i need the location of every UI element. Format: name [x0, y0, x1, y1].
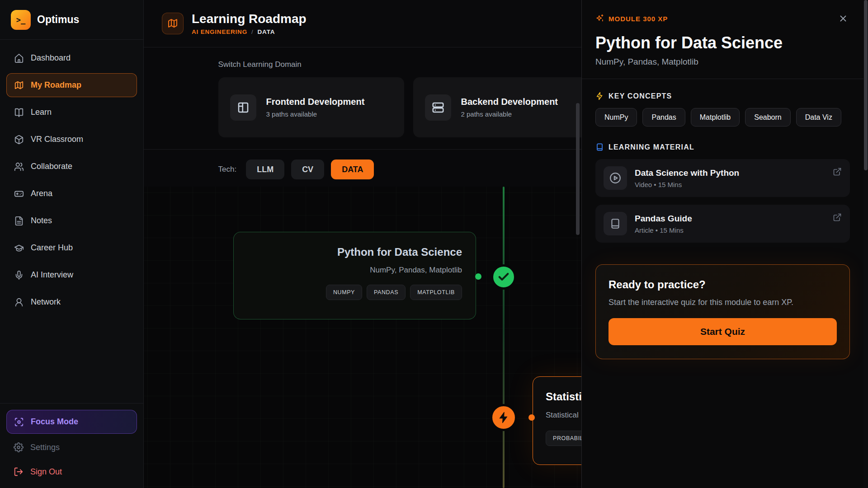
material-title: Data Science with Python: [635, 168, 739, 178]
sidebar-item-dashboard[interactable]: Dashboard: [6, 46, 137, 70]
sign-out-button[interactable]: Sign Out: [6, 461, 137, 483]
breadcrumb: AI ENGINEERING / DATA: [192, 28, 307, 35]
node-tag: MATPLOTLIB: [410, 285, 462, 300]
practice-title: Ready to practice?: [609, 278, 837, 291]
sidebar-item-learn[interactable]: Learn: [6, 100, 137, 124]
sidebar-item-label: AI Interview: [31, 270, 73, 280]
sidebar-item-label: Learn: [31, 108, 52, 117]
breadcrumb-separator: /: [251, 28, 254, 35]
panel-scrollbar-thumb[interactable]: [864, 0, 868, 170]
module-detail-panel: MODULE 300 XP Python for Data Science Nu…: [581, 0, 863, 488]
layout-icon: [230, 94, 256, 121]
start-quiz-button[interactable]: Start Quiz: [609, 318, 837, 345]
node-tag: PANDAS: [367, 285, 406, 300]
breadcrumb-section[interactable]: AI ENGINEERING: [192, 28, 247, 35]
focus-mode-label: Focus Mode: [31, 417, 78, 427]
close-icon[interactable]: [836, 12, 850, 25]
logout-icon: [14, 467, 24, 477]
completed-check-icon[interactable]: [491, 264, 516, 290]
focus-icon: [14, 417, 24, 427]
server-icon: [425, 94, 451, 121]
material-item-video[interactable]: Data Science with Python Video • 15 Mins: [595, 159, 850, 197]
sidebar-item-network[interactable]: Network: [6, 290, 137, 314]
gamepad-icon: [14, 189, 24, 199]
material-meta: Video • 15 Mins: [635, 181, 739, 188]
sidebar-item-ai-interview[interactable]: AI Interview: [6, 263, 137, 287]
roadmap-node-python[interactable]: Python for Data Science NumPy, Pandas, M…: [233, 232, 476, 319]
learning-material-list: Data Science with Python Video • 15 Mins…: [595, 159, 850, 243]
sidebar-item-label: Arena: [31, 189, 52, 198]
external-link-icon[interactable]: [833, 213, 842, 222]
panel-scrollbar-track[interactable]: [863, 0, 868, 488]
material-title: Pandas Guide: [635, 214, 692, 224]
sidebar-item-arena[interactable]: Arena: [6, 182, 137, 206]
practice-description: Start the interactive quiz for this modu…: [609, 298, 837, 307]
graduation-cap-icon: [14, 243, 24, 253]
key-concepts-heading: KEY CONCEPTS: [595, 92, 850, 100]
sidebar-nav: Dashboard My Roadmap Learn VR Classroom …: [0, 40, 143, 314]
settings-button[interactable]: Settings: [6, 436, 137, 458]
book-icon: [595, 143, 604, 151]
sidebar-item-label: My Roadmap: [31, 80, 81, 90]
domain-card-title: Frontend Development: [266, 97, 365, 107]
sidebar: >_ Optimus Dashboard My Roadmap Learn VR…: [0, 0, 144, 488]
app-name: Optimus: [37, 14, 79, 26]
terminal-logo-icon: >_: [11, 10, 31, 30]
sign-out-label: Sign Out: [30, 467, 62, 477]
domain-card-frontend[interactable]: Frontend Development 3 paths available: [218, 77, 404, 137]
sidebar-item-vr-classroom[interactable]: VR Classroom: [6, 127, 137, 151]
sidebar-item-notes[interactable]: Notes: [6, 209, 137, 233]
users-icon: [14, 162, 24, 172]
external-link-icon[interactable]: [833, 167, 842, 176]
main-scrollbar[interactable]: [576, 103, 580, 235]
connector-dot-active: [528, 414, 535, 421]
user-icon: [14, 297, 24, 307]
concept-chip[interactable]: Matplotlib: [691, 108, 740, 127]
domain-card-title: Backend Development: [461, 97, 558, 107]
file-text-icon: [14, 216, 24, 226]
node-title: Python for Data Science: [247, 246, 462, 258]
active-bolt-icon[interactable]: [490, 404, 517, 431]
concept-chip[interactable]: NumPy: [595, 108, 637, 127]
play-circle-icon: [604, 166, 627, 190]
map-icon: [14, 80, 24, 90]
home-icon: [14, 53, 24, 63]
book-icon: [604, 212, 627, 235]
tech-filter-llm[interactable]: LLM: [246, 160, 284, 179]
sidebar-item-collaborate[interactable]: Collaborate: [6, 155, 137, 178]
sidebar-item-my-roadmap[interactable]: My Roadmap: [6, 73, 137, 97]
sidebar-item-label: Dashboard: [31, 53, 71, 63]
concept-chip[interactable]: Pandas: [642, 108, 685, 127]
tech-filter-data[interactable]: DATA: [331, 160, 374, 179]
material-meta: Article • 15 Mins: [635, 226, 692, 234]
sidebar-item-label: VR Classroom: [31, 135, 83, 144]
tech-filter-cv[interactable]: CV: [291, 160, 324, 179]
zap-icon: [595, 92, 604, 100]
focus-mode-button[interactable]: Focus Mode: [6, 410, 137, 434]
module-title: Python for Data Science: [595, 33, 850, 52]
learning-material-heading: LEARNING MATERIAL: [595, 143, 850, 151]
sidebar-footer: Focus Mode Settings Sign Out: [0, 403, 143, 488]
tech-filter-label: Tech:: [218, 165, 237, 174]
practice-card: Ready to practice? Start the interactive…: [595, 264, 850, 359]
concept-chip[interactable]: Data Viz: [796, 108, 841, 127]
page-title: Learning Roadmap: [192, 12, 307, 26]
domain-card-subtitle: 3 paths available: [266, 110, 365, 118]
module-xp-badge: MODULE 300 XP: [595, 14, 668, 23]
domain-card-subtitle: 2 paths available: [461, 110, 558, 118]
sparkles-icon: [595, 14, 604, 23]
breadcrumb-current: DATA: [258, 28, 275, 35]
node-subtitle: NumPy, Pandas, Matplotlib: [247, 266, 462, 275]
divider: [582, 79, 863, 79]
book-open-icon: [14, 108, 24, 117]
material-item-article[interactable]: Pandas Guide Article • 15 Mins: [595, 205, 850, 243]
mic-icon: [14, 270, 24, 280]
sidebar-item-career-hub[interactable]: Career Hub: [6, 236, 137, 260]
domain-card-backend[interactable]: Backend Development 2 paths available: [413, 77, 599, 137]
cube-icon: [14, 135, 24, 145]
module-subtitle: NumPy, Pandas, Matplotlib: [595, 57, 850, 67]
sidebar-item-label: Collaborate: [31, 162, 72, 171]
connector-dot-completed: [475, 273, 481, 280]
module-xp-label: MODULE 300 XP: [609, 15, 668, 23]
concept-chip[interactable]: Seaborn: [745, 108, 791, 127]
